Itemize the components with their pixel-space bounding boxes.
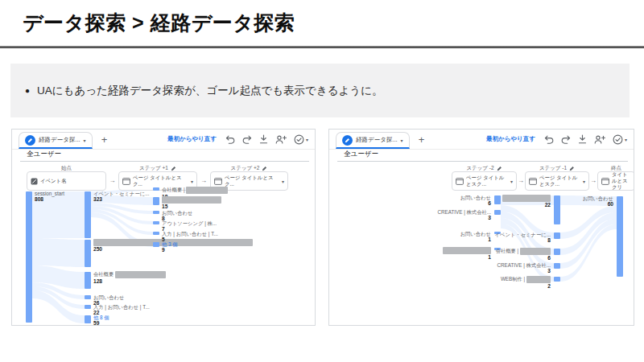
- node-value: 2: [501, 283, 551, 290]
- sankey-node-bar[interactable]: [617, 196, 623, 277]
- page-title: データ探索 > 経路データ探索: [23, 10, 295, 36]
- caret-down-icon: ▾: [282, 179, 284, 184]
- redacted-label: [526, 276, 551, 283]
- sankey-node-label[interactable]: イベント・セミナーに...323: [93, 191, 149, 203]
- ga4-exploration-panel-reverse: 経路データ探... ▾ + 最初からやり直す ▾ 全ユーザー ステップ -2ペー…: [328, 129, 634, 326]
- sankey-node-bar[interactable]: [85, 305, 91, 309]
- event-icon: [31, 178, 38, 185]
- sankey-node-label[interactable]: 他 3 個9: [162, 241, 178, 253]
- dimension-dropdown[interactable]: ページ タイトルとスク...▾: [452, 171, 517, 191]
- step-arrow: →: [518, 177, 524, 184]
- sankey-node-bar[interactable]: [85, 191, 91, 238]
- sankey-node-label[interactable]: 会社概要 | 6: [496, 248, 551, 261]
- page-icon: [122, 178, 130, 185]
- sankey-node-label[interactable]: お問い合わせ60: [583, 195, 613, 208]
- sankey-node-bar[interactable]: [153, 197, 159, 205]
- sankey-node-bar[interactable]: [85, 295, 91, 299]
- node-value: 1: [460, 237, 491, 243]
- redacted-label: [115, 271, 166, 278]
- node-value: 60: [583, 201, 613, 208]
- node-label-text: session_start: [35, 191, 64, 196]
- sankey-node-bar[interactable]: [554, 195, 560, 224]
- node-label-text: お問い合わせ: [460, 231, 491, 237]
- node-label-text: 他 3 個: [162, 241, 178, 247]
- redacted-label: [186, 187, 228, 194]
- sankey-node-label[interactable]: 会社概要 128: [93, 271, 166, 285]
- node-label-text: 入力 | お問い合わせ | T...: [93, 304, 150, 310]
- node-value: 15: [162, 204, 221, 210]
- node-value: 1: [443, 254, 491, 261]
- dimension-dropdown[interactable]: ページ タイトルとスク...▾: [525, 171, 589, 191]
- step-arrow: →: [590, 177, 597, 184]
- sankey-node-bar[interactable]: [153, 211, 159, 214]
- path-exploration-chart: 始点イベント名session_start808ステップ +1ページ タイトルとス…: [12, 130, 315, 325]
- node-value: 6: [496, 255, 551, 261]
- step-arrow: →: [200, 177, 207, 184]
- sankey-node-label[interactable]: 他 8 個59: [93, 315, 109, 326]
- sankey-node-label[interactable]: session_start808: [35, 191, 64, 203]
- node-label-text: CREATIVE | 株式会社...: [497, 262, 551, 268]
- page-icon: [601, 178, 609, 185]
- step-arrow: →: [109, 177, 116, 184]
- sankey-node-label[interactable]: お問い合わせ1: [460, 231, 491, 243]
- sankey-node-bar[interactable]: [153, 221, 159, 224]
- bullet-marker: ●: [25, 86, 30, 95]
- node-label-text: お問い合わせ: [162, 210, 192, 216]
- node-value: 323: [93, 196, 149, 203]
- page-icon: [529, 178, 537, 185]
- dimension-dropdown[interactable]: ページ タイトルとスクリー...: [597, 171, 634, 191]
- dimension-dropdown[interactable]: イベント名: [27, 171, 106, 191]
- page-icon: [456, 178, 464, 185]
- node-value: 3: [497, 268, 551, 274]
- node-value: 8: [495, 237, 551, 244]
- sankey-node-bar[interactable]: [26, 191, 32, 323]
- sankey-flows: [329, 130, 634, 326]
- sankey-node-bar[interactable]: [554, 277, 560, 282]
- redacted-label: [520, 248, 551, 255]
- node-value: 3: [437, 215, 491, 221]
- redacted-label: [162, 196, 221, 204]
- sankey-node-bar[interactable]: [554, 263, 560, 269]
- node-label-text: CREATIVE | 株式会社...: [437, 209, 491, 215]
- node-label-text: WEB制作 |: [501, 276, 526, 282]
- sankey-node-label[interactable]: 15: [162, 196, 221, 210]
- ga4-exploration-panel-forward: 経路データ探... ▾ + 最初からやり直す ▾ 全ユーザー 始点イベント名se…: [11, 129, 316, 326]
- node-label-text: 会社概要 |: [496, 248, 520, 253]
- caret-down-icon: ▾: [583, 179, 585, 184]
- sankey-node-bar[interactable]: [153, 187, 159, 191]
- node-label-text: お問い合わせ: [583, 195, 613, 201]
- node-label-text: イベント・セミナーに...: [495, 232, 551, 237]
- sankey-node-label[interactable]: お問い合わせ6: [460, 195, 491, 207]
- node-label-text: 他 8 個: [93, 315, 109, 320]
- page-icon: [214, 178, 222, 185]
- node-value: 6: [460, 200, 491, 207]
- sankey-node-label[interactable]: 1: [443, 247, 491, 261]
- node-value: 59: [93, 320, 109, 326]
- sankey-node-bar[interactable]: [494, 210, 501, 215]
- sankey-node-bar[interactable]: [494, 195, 501, 204]
- sankey-node-label[interactable]: イベント・セミナーに...8: [495, 232, 551, 244]
- sankey-node-label[interactable]: 22: [502, 195, 551, 208]
- node-value: 9: [162, 247, 178, 253]
- node-label-text: 会社概要 |: [162, 187, 186, 192]
- sankey-node-label[interactable]: CREATIVE | 株式会社...3: [497, 262, 551, 274]
- callout-box: ● UAにもあった経路データ探索が、ゴール起点でも表示できるように。: [10, 64, 630, 117]
- sankey-node-bar[interactable]: [85, 240, 91, 267]
- sankey-node-bar[interactable]: [554, 232, 560, 239]
- node-label-text: 入力 | お問い合わせ | T...: [162, 231, 218, 237]
- caret-down-icon: ▾: [510, 179, 513, 184]
- sankey-node-label[interactable]: CREATIVE | 株式会社...3: [437, 209, 491, 221]
- path-exploration-chart: ステップ -2ページ タイトルとスク...▾お問い合わせ6CREATIVE | …: [329, 130, 634, 325]
- node-value: 128: [93, 278, 166, 285]
- node-value: 22: [502, 202, 551, 208]
- sankey-node-bar[interactable]: [85, 315, 91, 323]
- sankey-node-bar[interactable]: [85, 272, 91, 289]
- node-value: 808: [35, 196, 64, 203]
- sankey-node-bar[interactable]: [153, 242, 159, 247]
- node-label-text: 会社概要: [93, 271, 115, 277]
- redacted-label: [502, 195, 551, 202]
- sankey-node-bar[interactable]: [554, 249, 560, 255]
- sankey-node-label[interactable]: WEB制作 | 2: [501, 276, 551, 290]
- callout-text: UAにもあった経路データ探索が、ゴール起点でも表示できるように。: [37, 84, 382, 98]
- sankey-node-bar[interactable]: [153, 232, 159, 235]
